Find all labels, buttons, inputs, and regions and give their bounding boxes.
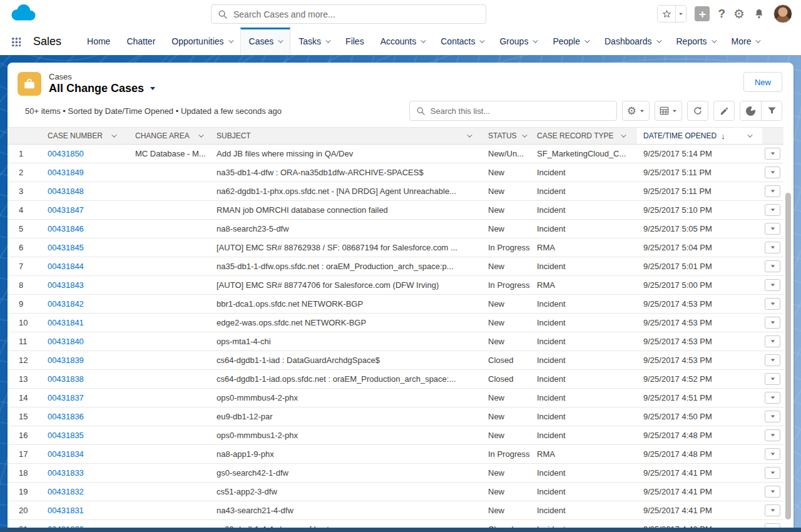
nav-tab-home[interactable]: Home <box>79 28 118 55</box>
case-number-link[interactable]: 00431842 <box>48 299 84 309</box>
case-number-link[interactable]: 00431838 <box>48 374 84 384</box>
list-search[interactable] <box>409 101 617 121</box>
global-search[interactable] <box>211 4 486 24</box>
new-case-button[interactable]: New <box>743 72 782 92</box>
case-number-link[interactable]: 00431845 <box>48 243 84 252</box>
case-number-link[interactable]: 00431848 <box>48 187 84 196</box>
app-launcher-button[interactable] <box>9 28 27 55</box>
row-actions-button[interactable] <box>765 392 780 404</box>
row-actions-button[interactable] <box>765 317 780 329</box>
user-avatar[interactable] <box>773 4 792 23</box>
case-number-link[interactable]: 00431833 <box>48 468 84 478</box>
case-number-link[interactable]: 00431839 <box>48 356 84 365</box>
caret-down-icon <box>770 416 774 418</box>
row-actions-button[interactable] <box>765 429 780 441</box>
nav-tab-reports[interactable]: Reports <box>668 28 723 55</box>
help-button[interactable]: ? <box>718 7 725 21</box>
row-number: 9 <box>8 295 41 313</box>
row-actions-button[interactable] <box>765 242 780 253</box>
case-number-link[interactable]: 00431831 <box>48 506 84 515</box>
filters-button[interactable] <box>761 101 782 120</box>
nav-tab-chatter[interactable]: Chatter <box>118 28 163 55</box>
row-actions-button[interactable] <box>765 185 780 197</box>
case-number-link[interactable]: 00431847 <box>48 205 84 215</box>
case-number-link[interactable]: 00431834 <box>48 449 84 459</box>
column-date-time-opened[interactable]: DATE/TIME OPENED ↓ <box>637 128 762 144</box>
header-actions: + ? ⚙ <box>657 4 792 23</box>
case-number-link[interactable]: 00431836 <box>48 412 84 421</box>
row-number: 14 <box>8 389 41 407</box>
table-header-row: CASE NUMBER CHANGE AREA SUBJECT STATUS C… <box>8 127 783 145</box>
page-title: All Change Cases <box>49 82 144 95</box>
case-number-link[interactable]: 00431835 <box>48 431 84 440</box>
nav-tab-dashboards[interactable]: Dashboards <box>596 28 668 55</box>
row-actions-button[interactable] <box>765 298 780 310</box>
row-actions-button[interactable] <box>765 335 780 347</box>
table-scrollbar[interactable] <box>785 192 792 532</box>
nav-tab-contacts[interactable]: Contacts <box>432 28 491 55</box>
cell-subject: gs0-search42-1-dfw <box>210 464 482 482</box>
nav-tab-opportunities[interactable]: Opportunities <box>163 28 240 55</box>
column-case-number[interactable]: CASE NUMBER <box>41 128 129 144</box>
favorites-button-group <box>657 5 686 23</box>
cell-subject: eu9-db1-12-par <box>210 407 482 426</box>
case-number-link[interactable]: 00431843 <box>48 280 84 290</box>
case-number-link[interactable]: 00431850 <box>48 149 84 158</box>
column-case-record-type[interactable]: CASE RECORD TYPE <box>531 128 637 144</box>
column-change-area[interactable]: CHANGE AREA <box>129 128 210 144</box>
cell-case-record-type: Incident <box>531 483 637 501</box>
list-view-selector[interactable]: All Change Cases <box>49 82 155 95</box>
case-number-link[interactable]: 00431844 <box>48 262 84 271</box>
table-row: 17 00431834 na8-app1-9-phx In Progress R… <box>8 445 783 464</box>
list-settings-button[interactable]: ⚙ <box>622 101 650 121</box>
row-actions-button[interactable] <box>765 223 780 235</box>
row-actions-button[interactable] <box>765 279 780 291</box>
favorites-menu-button[interactable] <box>675 6 686 22</box>
global-search-input[interactable] <box>233 9 479 19</box>
row-actions-button[interactable] <box>765 486 780 498</box>
row-actions-button[interactable] <box>765 260 780 272</box>
row-actions-button[interactable] <box>765 204 780 216</box>
favorites-star-button[interactable] <box>658 6 675 22</box>
display-as-button[interactable] <box>655 101 682 121</box>
global-actions-button[interactable]: + <box>695 6 710 21</box>
nav-tab-cases[interactable]: Cases <box>240 28 291 55</box>
row-actions-button[interactable] <box>765 373 780 385</box>
nav-tab-more[interactable]: More <box>723 28 768 55</box>
row-actions-button[interactable] <box>765 467 780 479</box>
row-actions-button[interactable] <box>765 166 780 178</box>
list-search-input[interactable] <box>431 106 610 116</box>
setup-gear-button[interactable]: ⚙ <box>733 8 745 20</box>
chevron-down-icon <box>278 38 283 43</box>
cell-case-record-type: Incident <box>531 351 637 369</box>
case-number-link[interactable]: 00431846 <box>48 224 84 233</box>
cell-change-area <box>129 464 210 482</box>
nav-tab-people[interactable]: People <box>544 28 596 55</box>
case-number-link[interactable]: 00431849 <box>48 168 84 177</box>
window-bottom-edge <box>0 528 801 532</box>
nav-tab-accounts[interactable]: Accounts <box>372 28 433 55</box>
nav-tab-tasks[interactable]: Tasks <box>290 28 337 55</box>
charts-button[interactable] <box>740 101 761 120</box>
nav-tab-groups[interactable]: Groups <box>491 28 544 55</box>
case-number-link[interactable]: 00431841 <box>48 318 84 327</box>
column-status[interactable]: STATUS <box>482 128 531 144</box>
nav-tab-files[interactable]: Files <box>337 28 372 55</box>
case-number-link[interactable]: 00431837 <box>48 393 84 402</box>
scrollbar-thumb[interactable] <box>785 193 791 519</box>
row-actions-button[interactable] <box>765 411 780 422</box>
column-subject[interactable]: SUBJECT <box>210 128 482 144</box>
case-number-link[interactable]: 00431840 <box>48 337 84 346</box>
row-actions-button[interactable] <box>765 148 780 160</box>
row-actions-button[interactable] <box>765 354 780 366</box>
notifications-bell-button[interactable] <box>753 8 765 20</box>
row-actions-button[interactable] <box>765 448 780 460</box>
row-actions-button[interactable] <box>765 504 780 516</box>
case-number-link[interactable]: 00431832 <box>48 487 84 496</box>
cell-date-time-opened: 9/25/2017 5:11 PM <box>637 163 762 182</box>
caret-down-icon <box>770 190 774 193</box>
row-number: 12 <box>8 351 41 369</box>
sort-descending-icon: ↓ <box>721 131 725 141</box>
edit-pencil-button[interactable] <box>713 101 735 121</box>
refresh-button[interactable] <box>687 101 708 121</box>
